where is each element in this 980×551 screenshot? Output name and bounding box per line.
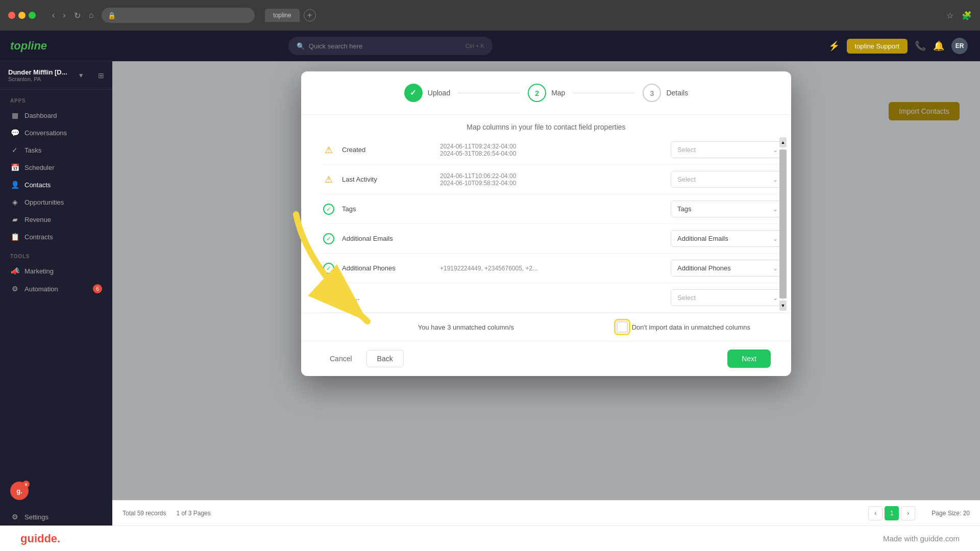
pagination-controls: ‹ 1 › bbox=[868, 506, 915, 520]
search-placeholder: Quick search here bbox=[309, 42, 363, 50]
field-select-additional-emails[interactable]: Select Tags Additional Emails Additional… bbox=[671, 230, 783, 247]
lightning-icon: ⚡ bbox=[828, 40, 840, 52]
browser-tab[interactable]: topline bbox=[265, 9, 299, 22]
sidebar-item-automation[interactable]: ⚙ Automation 6 bbox=[0, 280, 112, 298]
user-avatar[interactable]: g. 6 bbox=[10, 482, 29, 500]
sidebar-item-contracts[interactable]: 📋 Contracts bbox=[0, 228, 112, 245]
sidebar-item-dashboard[interactable]: ▦ Dashboard bbox=[0, 107, 112, 124]
select-input-created[interactable]: Select Tags Additional Emails Additional… bbox=[671, 141, 783, 158]
sidebar-label-revenue: Revenue bbox=[24, 216, 51, 223]
new-tab-btn[interactable]: + bbox=[304, 9, 316, 21]
sample-val-2: 2024-06-10T09:58:32-04:00 bbox=[440, 180, 665, 187]
search-bar[interactable]: 🔍 Quick search here Ctrl + K bbox=[288, 37, 493, 55]
next-button[interactable]: Next bbox=[727, 349, 771, 368]
step-1: ✓ Upload bbox=[404, 84, 450, 102]
support-button[interactable]: topline Support bbox=[847, 39, 908, 54]
page-indicator: 1 of 3 Pages bbox=[176, 510, 210, 517]
step-divider-2 bbox=[573, 93, 634, 93]
browser-chrome: ‹ › ↻ ⌂ 🔒 topline + ☆ 🧩 bbox=[0, 0, 980, 31]
sample-val-2: 2024-05-31T08:26:54-04:00 bbox=[440, 150, 665, 157]
scroll-down-btn[interactable]: ▼ bbox=[779, 300, 787, 311]
table-row: ✓ Additional Emails Select Tags Additi bbox=[322, 224, 783, 254]
page-btn-1[interactable]: 1 bbox=[885, 506, 899, 520]
maximize-button-tl[interactable] bbox=[29, 12, 36, 19]
select-input-additional-emails[interactable]: Select Tags Additional Emails Additional… bbox=[671, 230, 783, 247]
prev-page-btn[interactable]: ‹ bbox=[868, 506, 883, 520]
next-page-btn[interactable]: › bbox=[901, 506, 915, 520]
minimize-button-tl[interactable] bbox=[18, 12, 26, 19]
field-select-tags[interactable]: Select Tags Additional Emails Additional… bbox=[671, 201, 783, 217]
step-divider-1 bbox=[458, 93, 520, 93]
step-2-label: Map bbox=[551, 89, 565, 97]
table-row: ⚠ Last Activity 2024-06-11T10:06:22-04:0… bbox=[322, 165, 783, 194]
tab-bar: topline + bbox=[265, 9, 315, 22]
chevron-down-icon[interactable]: ▼ bbox=[78, 72, 84, 79]
tools-section-label: Tools bbox=[0, 245, 112, 262]
guidde-footer: guidde. Made with guidde.com bbox=[0, 525, 980, 551]
page-size-label: Page Size: 20 bbox=[932, 510, 970, 517]
bookmark-icon[interactable]: ☆ bbox=[946, 11, 953, 20]
tab-label: topline bbox=[273, 12, 291, 19]
warning-icon: ⚠ bbox=[323, 174, 334, 185]
unmatched-columns-checkbox[interactable] bbox=[617, 321, 628, 333]
select-input-tags[interactable]: Select Tags Additional Emails Additional… bbox=[671, 201, 783, 217]
refresh-btn[interactable]: ↻ bbox=[72, 9, 83, 22]
sidebar-item-settings[interactable]: ⚙ Settings bbox=[0, 508, 112, 525]
scheduler-icon: 📅 bbox=[10, 163, 19, 171]
page-root: ‹ › ↻ ⌂ 🔒 topline + ☆ 🧩 topline bbox=[0, 0, 980, 551]
sidebar-item-contacts[interactable]: 👤 Contacts bbox=[0, 176, 112, 193]
apps-section-label: Apps bbox=[0, 90, 112, 107]
table-row: ✓ Tags Select Tags Additional Emails bbox=[322, 194, 783, 224]
row-status-additional-phones: ✓ bbox=[322, 263, 336, 274]
extension-icon[interactable]: 🧩 bbox=[962, 11, 972, 20]
user-nav-avatar[interactable]: ER bbox=[951, 38, 968, 54]
scroll-up-btn[interactable]: ▲ bbox=[779, 137, 787, 147]
sidebar-item-scheduler[interactable]: 📅 Scheduler bbox=[0, 159, 112, 176]
select-input-field6[interactable]: Select Tags Additional Emails Additional… bbox=[671, 289, 783, 306]
select-input-additional-phones[interactable]: Select Tags Additional Emails Additional… bbox=[671, 260, 783, 277]
step-2: 2 Map bbox=[528, 84, 565, 102]
cancel-button[interactable]: Cancel bbox=[322, 350, 360, 367]
app-logo: topline bbox=[10, 39, 47, 53]
layout-icon[interactable]: ⊞ bbox=[98, 71, 104, 80]
step-1-circle: ✓ bbox=[404, 84, 423, 102]
bell-icon[interactable]: 🔔 bbox=[933, 40, 944, 52]
back-nav-btn[interactable]: ‹ bbox=[50, 9, 57, 22]
field-select-field6[interactable]: Select Tags Additional Emails Additional… bbox=[671, 289, 783, 306]
sidebar-item-opportunities[interactable]: ◈ Opportunities bbox=[0, 193, 112, 211]
sidebar-item-marketing[interactable]: 📣 Marketing bbox=[0, 262, 112, 280]
conversations-icon: 💬 bbox=[10, 129, 19, 137]
select-input-last-activity[interactable]: Select Tags Additional Emails Additional… bbox=[671, 171, 783, 188]
sidebar-label-conversations: Conversations bbox=[24, 129, 67, 137]
search-shortcut: Ctrl + K bbox=[465, 43, 484, 49]
home-btn[interactable]: ⌂ bbox=[87, 9, 96, 22]
total-records: Total 59 records bbox=[122, 510, 166, 517]
field-select-created[interactable]: Select Tags Additional Emails Additional… bbox=[671, 141, 783, 158]
sidebar-item-revenue[interactable]: ▰ Revenue bbox=[0, 211, 112, 228]
field-select-additional-phones[interactable]: Select Tags Additional Emails Additional… bbox=[671, 260, 783, 277]
row-status-created: ⚠ bbox=[322, 144, 336, 156]
field-sample-last-activity: 2024-06-11T10:06:22-04:00 2024-06-10T09:… bbox=[440, 172, 665, 187]
forward-nav-btn[interactable]: › bbox=[61, 9, 67, 22]
scroll-thumb[interactable] bbox=[779, 149, 787, 298]
row-status-additional-emails: ✓ bbox=[322, 233, 336, 244]
sidebar-item-tasks[interactable]: ✓ Tasks bbox=[0, 141, 112, 159]
app-body: topline Dunder Mifflin [D... Scranton, P… bbox=[0, 31, 980, 525]
company-name: Dunder Mifflin [D... bbox=[8, 68, 67, 76]
close-button-tl[interactable] bbox=[8, 12, 15, 19]
back-button[interactable]: Back bbox=[366, 350, 404, 367]
browser-nav: ‹ › ↻ ⌂ bbox=[50, 9, 95, 22]
sidebar-item-conversations[interactable]: 💬 Conversations bbox=[0, 124, 112, 141]
phone-icon[interactable]: 📞 bbox=[915, 40, 926, 52]
step-3: 3 Details bbox=[643, 84, 688, 102]
field-label-additional-emails: Additional Emails bbox=[342, 235, 434, 242]
top-nav: 🔍 Quick search here Ctrl + K ⚡ topline S… bbox=[112, 31, 980, 61]
guidde-tagline: Made with guidde.com bbox=[883, 534, 960, 543]
field-label-field6: field... bbox=[342, 294, 434, 302]
settings-icon: ⚙ bbox=[10, 513, 19, 521]
field-select-last-activity[interactable]: Select Tags Additional Emails Additional… bbox=[671, 171, 783, 188]
sidebar-label-contacts: Contacts bbox=[24, 181, 51, 189]
guidde-logo: guidde. bbox=[20, 532, 60, 545]
address-bar[interactable]: 🔒 bbox=[102, 8, 255, 23]
company-info: Dunder Mifflin [D... Scranton, PA bbox=[8, 68, 67, 82]
